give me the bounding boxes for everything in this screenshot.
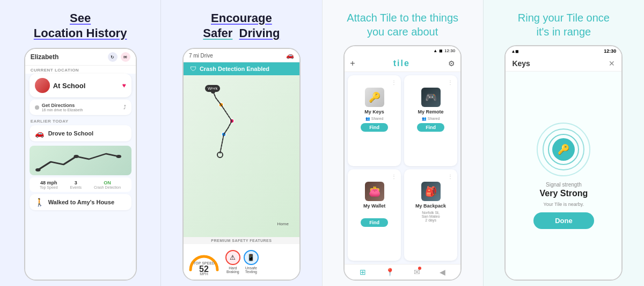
title-underline: Location History: [34, 26, 127, 40]
keys-icon: 🔑: [558, 144, 569, 155]
ripple-animation: 🔑: [537, 123, 590, 176]
at-school-text: At School: [53, 82, 86, 90]
texting-icon: 📱: [244, 250, 259, 265]
event-badges: ⚠ HardBraking 📱 UnsafeTexting: [225, 250, 259, 274]
tile-nav: + tile ⚙: [345, 55, 460, 72]
phone-4: ▲◼ 12:30 Keys ✕ 🔑 Signal strength Very S…: [504, 45, 623, 281]
directions-card[interactable]: Get Directions 16 min drive to Elizabeth…: [30, 99, 131, 115]
remote-shared: 👥 Shared: [422, 117, 440, 121]
crash-detection-val: ON: [94, 180, 121, 185]
stats-row: 48 mph Top Speed 3 Events ON Crash Detec…: [30, 177, 131, 192]
remote-menu-icon[interactable]: ⋮: [448, 80, 453, 85]
keys-image: 🔑: [365, 88, 384, 107]
phone-header: Elizabeth ↻ ✉: [25, 49, 136, 66]
encourage-text: Encourage: [211, 11, 272, 25]
speed-section: TOP SPEED 52 MPH ⚠ HardBraking 📱 UnsafeT…: [184, 244, 299, 280]
events-val: 3: [70, 180, 82, 185]
close-button[interactable]: ✕: [609, 59, 615, 68]
keys-find-button[interactable]: Find: [361, 123, 388, 132]
premium-label: PREMIUM SAFETY FEATURES: [184, 237, 299, 244]
driving-map: Work Home: [184, 75, 299, 237]
backpack-name: My Backpack: [415, 203, 446, 209]
signal-strength-text: Very Strong: [539, 189, 588, 198]
share-icon[interactable]: ⤴: [123, 104, 126, 110]
panel-1-title: See Location History: [34, 11, 127, 40]
route-map-mini: [30, 146, 131, 175]
my-remote-tile: ⋮ 🎮 My Remote 👥 Shared Find: [404, 75, 457, 166]
panel-ring-tile: Ring your Tile once it's in range ▲◼ 12:…: [483, 0, 644, 286]
panel-4-title: Ring your Tile once it's in range: [518, 11, 610, 39]
wallet-find-button[interactable]: Find: [361, 218, 388, 227]
car-nav-icon: 🚗: [286, 52, 294, 59]
directions-subtitle: 16 min drive to Elizabeth: [42, 108, 83, 112]
svg-point-0: [35, 168, 41, 171]
wallet-name: My Wallet: [363, 203, 385, 209]
wallet-image: 👛: [365, 182, 384, 201]
crash-detection-label: Crash Detection: [94, 185, 121, 189]
my-wallet-tile: ⋮ 👛 My Wallet Find: [348, 169, 401, 261]
remote-find-button[interactable]: Find: [417, 123, 444, 132]
wifi-icon: ▲: [433, 48, 437, 53]
top-speed-label: Top Speed: [40, 185, 57, 189]
svg-point-1: [74, 155, 79, 158]
user-name: Elizabeth: [31, 53, 59, 61]
status-bar: ▲ ◼ 12:30: [345, 46, 460, 55]
tile-logo: tile: [393, 59, 410, 68]
walk-icon: 🚶: [35, 198, 44, 206]
panel-3-title: Attach Tile to the things you care about: [347, 11, 458, 39]
top-speed-val: 48 mph: [40, 180, 57, 185]
unsafe-texting-badge: 📱 UnsafeTexting: [244, 250, 259, 274]
keys-menu-icon[interactable]: ⋮: [391, 80, 397, 85]
done-button[interactable]: Done: [533, 212, 594, 229]
panel-2-title: Encourage Safer Driving: [203, 11, 280, 40]
p4-signal: ▲◼: [511, 49, 519, 54]
refresh-icon[interactable]: ↻: [108, 52, 118, 62]
panel-safer-driving: Encourage Safer Driving 7 mi Drive 🚗 🛡 C…: [160, 0, 321, 286]
bottom-nav: ⊞ 📍 ✉ ◀: [345, 264, 460, 280]
drove-text: Drove to School: [48, 130, 93, 137]
home-nav-icon[interactable]: ⊞: [360, 268, 366, 276]
signal-display-area: 🔑 Signal strength Very Strong Your Tile …: [506, 72, 621, 280]
backpack-location: Norfolk St,San Mateo2 days: [422, 211, 440, 222]
location-nav-icon[interactable]: 📍: [385, 268, 394, 276]
remote-name: My Remote: [418, 109, 444, 115]
crash-banner-text: Crash Detection Enabled: [200, 66, 269, 72]
tile-center-icon: 🔑: [552, 138, 575, 161]
remote-image: 🎮: [421, 88, 441, 107]
at-school-card: At School ♥: [30, 74, 131, 97]
my-backpack-tile: ⋮ 🎒 My Backpack Norfolk St,San Mateo2 da…: [404, 169, 457, 261]
drove-to-school-card: 🚗 Drove to School: [30, 125, 131, 141]
directions-title: Get Directions: [42, 103, 83, 108]
keys-dialog-title: Keys: [512, 59, 530, 68]
current-location-label: CURRENT LOCATION: [25, 66, 136, 74]
back-nav-icon[interactable]: ◀: [440, 268, 445, 276]
keys-dialog-header: Keys ✕: [506, 56, 621, 72]
hard-braking-badge: ⚠ HardBraking: [225, 250, 240, 274]
events-label: Events: [70, 185, 82, 189]
p4-time: 12:30: [604, 48, 616, 54]
battery-icon: 12:30: [444, 48, 455, 53]
my-keys-tile: ⋮ 🔑 My Keys 👥 Shared Find: [348, 75, 401, 166]
phone-3: ▲ ◼ 12:30 + tile ⚙ ⋮ 🔑 My Keys 👥 Sh: [343, 45, 462, 281]
safer-text: Safer: [203, 26, 232, 40]
car-icon: 🚗: [35, 129, 44, 138]
drive-header: 7 mi Drive 🚗: [184, 49, 299, 62]
settings-icon[interactable]: ⚙: [448, 59, 455, 68]
chat-icon[interactable]: ✉: [121, 52, 130, 62]
keys-shared: 👥 Shared: [365, 117, 384, 121]
speedometer: TOP SPEED 52 MPH: [188, 248, 220, 275]
nearby-text: Your Tile is nearby.: [544, 202, 584, 207]
wallet-menu-icon[interactable]: ⋮: [391, 174, 397, 180]
phone-1: Elizabeth ↻ ✉ CURRENT LOCATION At School…: [24, 48, 137, 281]
tiles-grid: ⋮ 🔑 My Keys 👥 Shared Find ⋮ 🎮 My Remote …: [345, 72, 460, 264]
keys-name: My Keys: [364, 109, 384, 115]
backpack-menu-icon[interactable]: ⋮: [448, 174, 453, 180]
signal-label: Signal strength: [546, 182, 582, 188]
direction-dot: [35, 105, 39, 110]
walked-text: Walked to Amy's House: [48, 199, 114, 205]
add-tile-button[interactable]: +: [350, 59, 355, 68]
heart-icon[interactable]: ♥: [122, 82, 126, 89]
svg-text:MPH: MPH: [200, 272, 208, 275]
notification-nav-icon[interactable]: ✉: [414, 268, 420, 276]
p4-status-bar: ▲◼ 12:30: [506, 46, 621, 56]
